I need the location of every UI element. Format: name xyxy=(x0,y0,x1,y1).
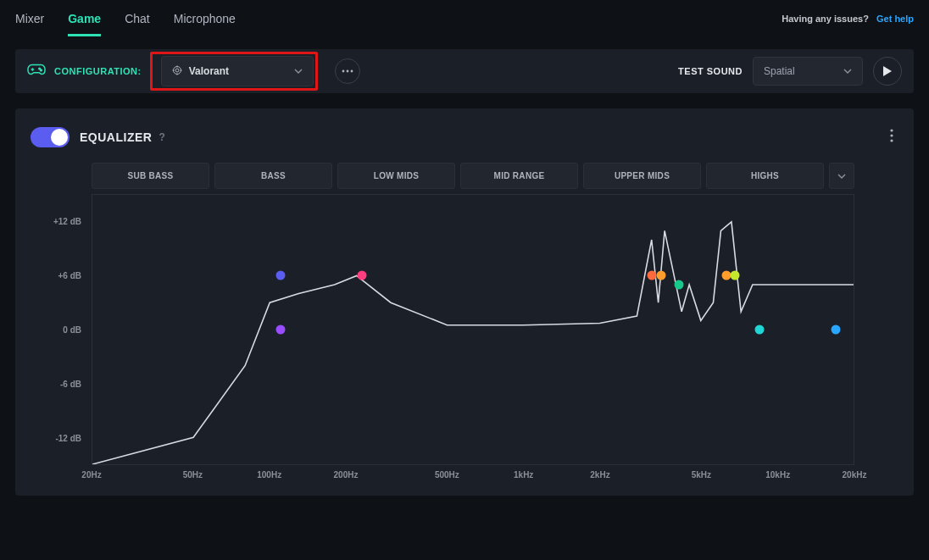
test-sound-label: TEST SOUND xyxy=(678,66,743,76)
band-dropdown-button[interactable] xyxy=(829,163,854,189)
svg-point-9 xyxy=(890,139,893,141)
equalizer-menu-button[interactable] xyxy=(885,124,898,151)
x-tick: 100Hz xyxy=(257,470,281,480)
eq-point[interactable] xyxy=(647,271,656,280)
x-tick: 5kHz xyxy=(692,470,711,480)
x-tick: 200Hz xyxy=(334,470,359,480)
highlight-box: Valorant xyxy=(150,52,318,91)
configuration-label: CONFIGURATION: xyxy=(54,66,142,76)
tab-microphone[interactable]: Microphone xyxy=(174,2,236,36)
x-tick: 20Hz xyxy=(81,470,101,480)
y-tick: +6 dB xyxy=(15,248,92,302)
chevron-down-icon xyxy=(294,67,303,75)
band-bass[interactable]: BASS xyxy=(214,163,332,189)
x-tick: 50Hz xyxy=(183,470,203,480)
band-mid-range[interactable]: MID RANGE xyxy=(460,163,578,189)
eq-point[interactable] xyxy=(754,325,764,335)
band-tabs: SUB BASS BASS LOW MIDS MID RANGE UPPER M… xyxy=(15,163,914,189)
configuration-dropdown[interactable]: Valorant xyxy=(161,56,314,86)
y-tick: 0 dB xyxy=(15,302,92,357)
svg-point-2 xyxy=(173,67,181,75)
target-icon xyxy=(172,64,182,79)
tab-bar: Mixer Game Chat Microphone Having any is… xyxy=(0,0,929,37)
band-highs[interactable]: HIGHS xyxy=(706,163,824,189)
y-axis: +12 dB +6 dB 0 dB -6 dB -12 dB xyxy=(15,194,92,465)
x-tick: 1kHz xyxy=(514,470,533,480)
eq-point[interactable] xyxy=(831,325,840,335)
test-sound-value: Spatial xyxy=(764,65,795,77)
svg-point-4 xyxy=(342,70,344,73)
x-tick: 500Hz xyxy=(435,470,459,480)
configuration-value: Valorant xyxy=(189,65,229,77)
eq-point[interactable] xyxy=(657,271,666,280)
band-upper-mids[interactable]: UPPER MIDS xyxy=(583,163,701,189)
eq-point[interactable] xyxy=(275,325,285,335)
svg-point-7 xyxy=(890,129,893,131)
y-tick: +12 dB xyxy=(15,194,92,248)
equalizer-chart[interactable] xyxy=(92,194,854,465)
eq-point[interactable] xyxy=(730,271,739,280)
x-tick: 10kHz xyxy=(765,470,790,480)
tab-game[interactable]: Game xyxy=(68,2,101,36)
svg-point-3 xyxy=(175,69,179,72)
equalizer-panel: EQUALIZER ? SUB BASS BASS LOW MIDS MID R… xyxy=(15,108,914,496)
tab-mixer[interactable]: Mixer xyxy=(15,2,44,36)
equalizer-title: EQUALIZER xyxy=(80,130,152,144)
equalizer-help-icon[interactable]: ? xyxy=(159,131,164,143)
more-options-button[interactable] xyxy=(335,58,360,84)
x-axis: 20Hz50Hz100Hz200Hz500Hz1kHz2kHz5kHz10kHz… xyxy=(15,465,914,484)
y-tick: -6 dB xyxy=(15,357,92,411)
get-help-link[interactable]: Get help xyxy=(876,14,914,24)
svg-point-8 xyxy=(890,134,893,136)
svg-point-6 xyxy=(350,70,353,73)
eq-point[interactable] xyxy=(674,280,683,290)
svg-point-5 xyxy=(346,70,348,73)
x-tick: 2kHz xyxy=(590,470,609,480)
gamepad-icon xyxy=(27,63,46,80)
tab-chat[interactable]: Chat xyxy=(125,2,150,36)
help-block: Having any issues? Get help xyxy=(782,14,914,24)
equalizer-toggle[interactable] xyxy=(31,127,70,147)
svg-point-0 xyxy=(39,68,41,69)
x-tick: 20kHz xyxy=(843,470,867,480)
configuration-bar: CONFIGURATION: Valorant TEST SOUND Spati… xyxy=(15,49,914,93)
chevron-down-icon xyxy=(843,67,852,75)
svg-point-1 xyxy=(41,69,42,71)
band-sub-bass[interactable]: SUB BASS xyxy=(92,163,209,189)
test-sound-dropdown[interactable]: Spatial xyxy=(753,57,863,86)
eq-point[interactable] xyxy=(275,271,285,280)
y-tick: -12 dB xyxy=(15,411,92,465)
help-lead: Having any issues? xyxy=(782,14,869,24)
play-test-sound-button[interactable] xyxy=(873,57,902,86)
eq-point[interactable] xyxy=(357,271,366,280)
band-low-mids[interactable]: LOW MIDS xyxy=(337,163,455,189)
